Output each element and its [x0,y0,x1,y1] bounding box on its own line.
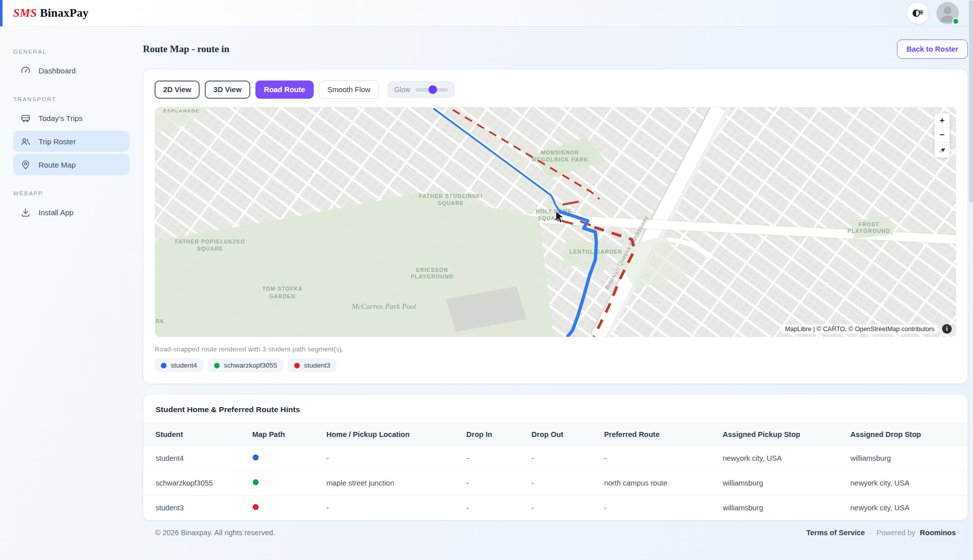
cell-map-path [252,496,326,521]
logo-name: BinaxPay [40,7,89,19]
map-label-studzinski-1: FATHER STUDZINSKI [419,193,482,199]
map-canvas[interactable]: ESPLANADE MONSIGNOR MCGOLRICK PARK FATHE… [155,107,956,337]
app-header: SMSBinaxPay [0,0,973,26]
zoom-in-button[interactable]: + [934,113,950,128]
glow-slider-knob[interactable] [428,86,437,94]
page-scrollbar[interactable] [969,0,973,560]
map-label-esplanade: ESPLANADE [163,108,199,113]
theme-toggle-button[interactable] [907,3,928,24]
cell-home: - [326,496,466,521]
app-logo[interactable]: SMSBinaxPay [13,7,89,20]
glow-slider[interactable] [416,88,448,92]
map-label-popieluszko-1: FATHER POPIELUSZKO [175,239,245,245]
sidebar-section-webapp: WEBAPP [13,190,143,196]
cell-drop-stop: williamsburg [850,446,967,471]
cell-student: schwarzkopf3055 [143,471,252,496]
view-3d-button[interactable]: 3D View [205,81,250,99]
copyright-text: © 2026 Binaxpay. All rights reserved. [155,529,275,537]
cell-student: student4 [143,446,252,471]
legend-label: student4 [171,362,197,369]
sidebar-item-label: Trip Roster [39,137,76,146]
legend-chip-student4: student4 [155,358,203,372]
map-label-mcgolrick-1: MONSIGNOR [541,150,579,155]
main-content: Route Map - route in Back to Roster 2D V… [143,26,973,537]
legend-chip-student3: student3 [288,358,336,372]
map-label-stofka-2: GARDEN [269,294,295,299]
header-accent-bar [0,0,3,26]
legend-dot-blue [161,363,167,369]
sidebar-item-route-map[interactable]: Route Map [13,154,130,175]
cell-preferred-route: - [604,446,723,471]
map-label-park-cut: RK [156,318,164,324]
page-footer: © 2026 Binaxpay. All rights reserved. Te… [145,529,966,537]
sidebar-item-label: Dashboard [39,66,76,75]
map-zoom-control: + − [934,113,950,157]
cell-home: maple street junction [326,471,466,496]
student-hints-table: Student Map Path Home / Pickup Location … [143,423,967,520]
attribution-text[interactable]: MapLibre | © CARTO, © OpenStreetMap cont… [781,325,938,334]
sidebar-item-install-app[interactable]: Install App [13,202,130,223]
legend-dot-green [214,363,220,369]
cell-drop-in: - [466,496,531,521]
route-map-card: 2D View 3D View Road Route Smooth Flow G… [143,69,968,384]
cell-pickup-stop: newyork city, USA [723,446,850,471]
online-status-dot [952,18,959,25]
road-route-button[interactable]: Road Route [255,81,314,99]
sidebar-item-label: Install App [39,208,73,217]
legend-label: schwarzkopf3055 [224,362,277,369]
view-2d-button[interactable]: 2D View [155,81,200,99]
vendor-name[interactable]: Roominos [920,529,956,537]
table-row: schwarzkopf3055 maple street junction - … [143,471,967,496]
map-container: ESPLANADE MONSIGNOR MCGOLRICK PARK FATHE… [155,107,956,337]
cell-drop-out: - [532,496,604,521]
sidebar-item-label: Today's Trips [39,114,83,123]
user-avatar[interactable] [937,2,959,24]
sidebar: GENERAL Dashboard TRANSPORT Today's Trip… [0,26,143,225]
sidebar-section-transport: TRANSPORT [13,96,143,102]
table-row: student4 - - - - newyork city, USA willi… [143,446,967,471]
col-assigned-pickup: Assigned Pickup Stop [723,423,850,446]
path-dot-red [252,504,259,510]
terms-of-service-link[interactable]: Terms of Service [806,529,865,537]
map-label-stofka-1: TOM STOFKA [262,286,303,292]
cell-preferred-route: north campus route [604,471,723,496]
scrollbar-thumb[interactable] [969,0,973,203]
info-icon[interactable]: i [942,324,952,334]
cell-map-path [252,471,326,496]
back-to-roster-button[interactable]: Back to Roster [897,39,968,59]
page-title: Route Map - route in [143,44,230,55]
col-drop-in: Drop In [466,423,531,446]
legend-label: student3 [304,362,330,369]
legend-dot-red [294,363,300,369]
sidebar-item-trip-roster[interactable]: Trip Roster [13,131,130,152]
map-label-ericsson-1: ERICSSON [416,267,448,273]
path-dot-blue [252,454,259,461]
compass-icon [937,145,947,155]
footer-separator: · [870,529,872,537]
cell-pickup-stop: williamsburg [723,471,850,496]
col-assigned-drop: Assigned Drop Stop [850,423,967,446]
map-pin-icon [20,159,31,170]
cell-drop-stop: newyork city, USA [850,496,967,521]
sidebar-item-todays-trips[interactable]: Today's Trips [13,107,130,129]
cell-pickup-stop: williamsburg [723,496,850,521]
col-drop-out: Drop Out [532,423,604,446]
col-home-pickup: Home / Pickup Location [326,423,466,446]
smooth-flow-button[interactable]: Smooth Flow [319,81,379,99]
zoom-out-button[interactable]: − [934,128,950,143]
sidebar-section-general: GENERAL [13,49,143,55]
path-dot-green [252,479,259,486]
col-student: Student [143,423,252,446]
cell-drop-in: - [466,446,531,471]
cell-drop-out: - [532,471,604,496]
cell-drop-stop: newyork city, USA [850,471,967,496]
table-row: student3 - - - - williamsburg newyork ci… [143,496,967,521]
map-label-ericsson-2: PLAYGROUND [410,274,453,280]
sidebar-item-dashboard[interactable]: Dashboard [13,60,130,81]
cell-drop-out: - [532,446,604,471]
gauge-icon [20,65,31,76]
contrast-sun-icon [912,7,924,19]
cell-drop-in: - [466,471,531,496]
col-preferred-route: Preferred Route [604,423,723,446]
compass-button[interactable] [934,143,950,157]
